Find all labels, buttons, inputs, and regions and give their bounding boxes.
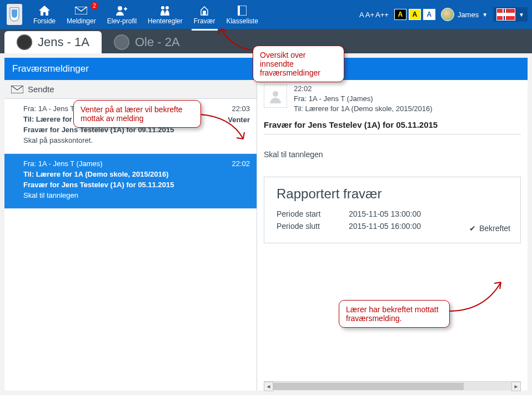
confirmed-badge: ✔ Bekreftet	[469, 224, 510, 233]
caret-down-icon: ▼	[519, 12, 524, 18]
callout-waiting: Venter på at lærer vil bekrefte mottak a…	[73, 100, 201, 128]
student-tab-label: Ole - 2A	[135, 35, 180, 49]
font-size-large[interactable]: A++	[375, 11, 389, 19]
report-title: Rapportert fravær	[277, 186, 508, 202]
scroll-track[interactable]	[273, 382, 511, 391]
font-size-medium[interactable]: A+	[365, 11, 374, 19]
detail-body: Skal til tannlegen	[264, 138, 521, 167]
msg-time: 22:02	[232, 159, 250, 168]
nav-forside[interactable]: Forside	[28, 2, 61, 27]
callout-arrow-icon	[198, 111, 248, 144]
nav-fravaer[interactable]: Fravær	[188, 2, 221, 27]
message-item[interactable]: Fra: 1A - Jens T (James) Til: Lærere for…	[4, 154, 257, 209]
sent-folder-label: Sendte	[28, 84, 54, 94]
check-icon: ✔	[469, 224, 476, 233]
svg-point-3	[165, 6, 169, 9]
scroll-right-button[interactable]: ►	[511, 382, 521, 391]
callout-confirmed: Lærer har bekreftet mottatt fraværsmeldi…	[339, 300, 450, 328]
msg-to: Til: Lærere for 1A (Demo skole, 2015/201…	[23, 170, 245, 178]
student-tab-jens[interactable]: Jens - 1A	[4, 31, 102, 53]
report-end-value: 2015-11-05 16:00:00	[349, 222, 421, 231]
msg-preview: Skal til tannlegen	[23, 191, 245, 199]
sent-folder-header[interactable]: Sendte	[4, 80, 257, 99]
message-detail-panel: 22:02 Fra: 1A - Jens T (James) Til: Lære…	[257, 80, 528, 391]
theme-switcher: A A A	[394, 9, 435, 20]
svg-point-1	[118, 6, 122, 11]
detail-from: Fra: 1A - Jens T (James)	[294, 94, 433, 103]
scroll-left-button[interactable]: ◄	[264, 382, 273, 391]
svg-point-8	[273, 91, 278, 97]
nav-label: Fravær	[194, 17, 215, 25]
nav-elevprofil[interactable]: Elev-profil	[102, 2, 142, 27]
coat-of-arms-logo	[7, 4, 22, 25]
user-menu[interactable]: James ▼	[441, 8, 488, 21]
student-avatar-icon	[17, 34, 32, 50]
top-nav-bar: Forside 2 Meldinger Elev-profil Hentereg…	[0, 0, 532, 29]
sender-avatar-placeholder-icon	[264, 84, 287, 108]
horizontal-scrollbar[interactable]: ◄ ►	[264, 381, 521, 391]
msg-from: Fra: 1A - Jens T (James)	[23, 159, 245, 168]
font-size-small[interactable]: A	[359, 11, 364, 19]
nav-label: Meldinger	[67, 17, 96, 25]
message-count-badge: 2	[91, 2, 98, 9]
scroll-thumb[interactable]	[273, 383, 464, 390]
svg-rect-6	[238, 6, 240, 16]
student-avatar-icon	[114, 34, 129, 50]
confirmed-label: Bekreftet	[479, 224, 510, 233]
nav-klasseliste[interactable]: Klasseliste	[220, 2, 263, 27]
theme-dark-button[interactable]: A	[394, 9, 406, 20]
report-end-label: Periode slutt	[277, 222, 349, 231]
caret-down-icon: ▼	[482, 12, 488, 18]
font-size-switcher: A A+ A++	[359, 11, 389, 19]
callout-overview: Oversikt over innsendte fraværsmeldinger	[253, 46, 344, 82]
detail-subject: Fravær for Jens Testelev (1A) for 05.11.…	[264, 114, 521, 134]
flag-norway-icon	[496, 8, 515, 21]
detail-meta: 22:02 Fra: 1A - Jens T (James) Til: Lære…	[294, 84, 433, 114]
callout-arrow-icon	[445, 278, 506, 317]
nav-label: Klasseliste	[226, 17, 258, 25]
classlist-icon	[226, 5, 258, 16]
nav-label: Henteregler	[148, 17, 183, 25]
absence-icon	[194, 5, 215, 16]
report-start-value: 2015-11-05 13:00:00	[349, 209, 421, 218]
student-tab-label: Jens - 1A	[38, 35, 89, 49]
user-avatar-icon	[441, 8, 454, 21]
header-right: A A+ A++ A A A James ▼ ▼	[359, 7, 528, 22]
nav-label: Forside	[33, 17, 56, 25]
detail-to: Til: Lærere for 1A (Demo skole, 2015/201…	[294, 104, 433, 113]
student-tab-ole[interactable]: Ole - 2A	[102, 31, 192, 53]
svg-rect-4	[203, 11, 205, 15]
msg-subject: Fravær for Jens Testelev (1A) for 05.11.…	[23, 181, 245, 189]
nav-items: Forside 2 Meldinger Elev-profil Hentereg…	[28, 2, 264, 27]
svg-point-2	[161, 6, 164, 9]
nav-label: Elev-profil	[107, 17, 137, 25]
reported-absence-card: Rapportert fravær Periode start 2015-11-…	[264, 177, 521, 243]
nav-henteregler[interactable]: Henteregler	[142, 2, 188, 27]
profile-icon	[107, 5, 137, 16]
theme-yellow-button[interactable]: A	[409, 9, 421, 20]
home-icon	[33, 5, 56, 16]
detail-header: 22:02 Fra: 1A - Jens T (James) Til: Lære…	[264, 84, 521, 114]
report-start-label: Periode start	[277, 209, 349, 218]
theme-light-button[interactable]: A	[423, 9, 435, 20]
user-name: James	[458, 11, 479, 19]
rules-icon	[148, 5, 183, 16]
language-switcher[interactable]: ▼	[493, 7, 528, 22]
report-row-start: Periode start 2015-11-05 13:00:00	[277, 209, 508, 218]
detail-time: 22:02	[294, 84, 433, 93]
envelope-icon	[11, 86, 23, 93]
nav-meldinger[interactable]: 2 Meldinger	[61, 2, 102, 27]
